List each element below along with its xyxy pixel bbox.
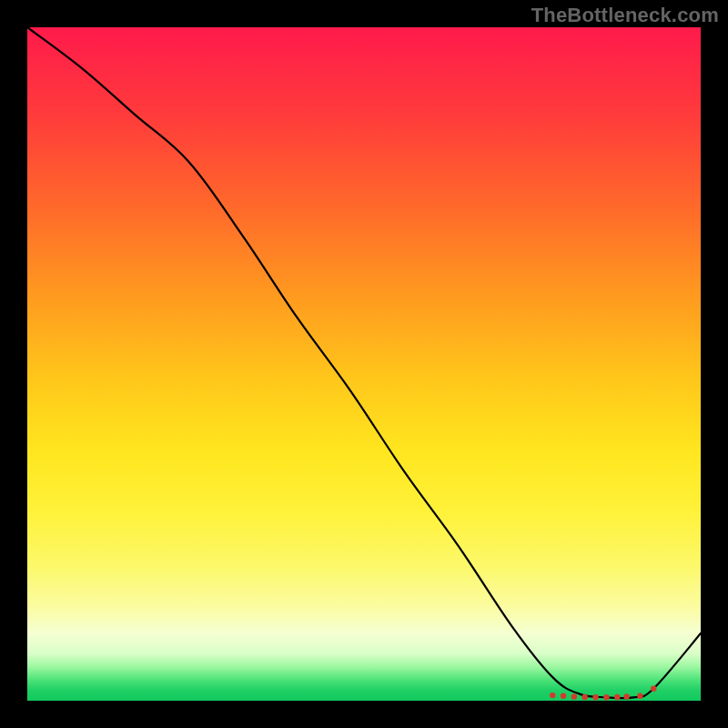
- data-marker: [582, 694, 588, 700]
- data-marker: [550, 693, 555, 698]
- watermark-text: TheBottleneck.com: [531, 4, 719, 27]
- data-marker: [637, 693, 642, 699]
- data-marker: [651, 685, 656, 691]
- plot-area: [27, 27, 701, 701]
- data-marker: [571, 693, 577, 699]
- data-curve: [27, 27, 701, 698]
- chart-stage: TheBottleneck.com: [0, 0, 728, 728]
- data-marker: [592, 694, 598, 700]
- data-marker: [603, 694, 609, 700]
- data-marker: [561, 693, 566, 699]
- data-marker: [623, 693, 629, 699]
- chart-svg: [27, 27, 701, 701]
- data-marker: [614, 694, 620, 700]
